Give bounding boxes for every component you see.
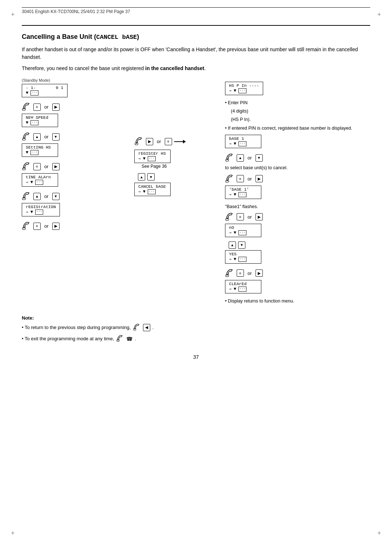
header-text: 30401 English KX-TCD700NL 25/4/01 2:32 P… xyxy=(22,9,130,14)
back-btn-note[interactable]: ◀ xyxy=(143,324,150,331)
action4: ▲ or ▼ xyxy=(22,191,127,202)
mid-down-btn[interactable]: ▼ xyxy=(147,173,155,180)
handset-icon-3 xyxy=(22,161,31,172)
menu-btn-r2[interactable]: ≡ xyxy=(237,175,244,182)
step-1: - 1- 0 1 ▼··· xyxy=(22,84,127,97)
step-3: SEttING HS ▼··· xyxy=(22,143,127,157)
note-section: Note: • To return to the previous step d… xyxy=(22,315,370,343)
para1: If another handset is out of range and/o… xyxy=(22,46,370,61)
note-title: Note: xyxy=(22,315,34,321)
or-r3: or xyxy=(248,214,252,220)
lcd1-ant: ▼ xyxy=(26,90,28,96)
bullet5: • Display returns to function menu. xyxy=(225,298,370,305)
handset-icon-2 xyxy=(22,131,31,142)
col-middle: ▶ or ≡ rEGIStEr HS ⇒▼··· See Page 36 xyxy=(134,78,218,304)
right-step-4: nO ⇒▼··· xyxy=(225,224,370,237)
right-mid-btn[interactable]: ▶ xyxy=(146,138,153,145)
header: 30401 English KX-TCD700NL 25/4/01 2:32 P… xyxy=(22,7,370,14)
right-btn-1[interactable]: ▶ xyxy=(52,103,60,111)
r-down-btn[interactable]: ▼ xyxy=(238,241,245,249)
up-btn-2[interactable]: ▲ xyxy=(33,193,41,200)
action1: ≡ or ▶ xyxy=(22,102,127,112)
note-item1-end: . xyxy=(152,325,154,330)
handset-icon-r3 xyxy=(225,212,234,222)
see-page: See Page 36 xyxy=(142,164,218,169)
col-right: HS P In ---- ⇒▼··· • Enter PIN (4 digits… xyxy=(225,78,370,304)
up-btn-r1[interactable]: ▲ xyxy=(237,154,244,162)
menu-btn-2[interactable]: ≡ xyxy=(33,163,41,170)
handset-icon-mid xyxy=(134,136,144,147)
lcd2: NEΨ SPEEd ▼··· xyxy=(22,114,58,127)
bullet1-sub1: (4 digits) xyxy=(231,108,370,115)
corner-cross-tr: + xyxy=(377,11,381,19)
right-lcd2: bASE 1 ⇒▼··· xyxy=(225,135,261,148)
diagram: (Standby Mode) - 1- 0 1 ▼··· xyxy=(22,78,370,304)
or-2: or xyxy=(44,134,49,139)
right-btn-r4[interactable]: ▶ xyxy=(256,269,263,277)
right-lcd3: 'bASE 1' ⇒▼··· xyxy=(225,186,261,199)
bullet2: • If entered PIN is correct, registered … xyxy=(225,125,370,132)
mid-lcd1: rEGIStEr HS ⇒▼··· xyxy=(134,150,171,163)
arrow-to-right xyxy=(174,140,186,143)
mid-up-btn[interactable]: ▲ xyxy=(138,173,145,180)
handset-icon-1 xyxy=(22,102,31,112)
standby-label: (Standby Mode) xyxy=(22,78,127,82)
handset-icon-r4 xyxy=(225,268,234,279)
action-r3: ≡ or ▶ xyxy=(225,212,370,222)
handset-icon-note2 xyxy=(116,334,124,343)
down-btn-r1[interactable]: ▼ xyxy=(256,154,263,162)
right-btn-3[interactable]: ▶ xyxy=(52,223,60,230)
down-btn-2[interactable]: ▼ xyxy=(52,193,60,200)
or-5: or xyxy=(44,223,49,229)
right-lcd1: HS P In ---- ⇒▼··· xyxy=(225,82,263,95)
or-1: or xyxy=(44,104,49,110)
corner-cross-tl: + xyxy=(11,11,15,19)
right-btn-r2[interactable]: ▶ xyxy=(256,175,263,182)
right-btn-2[interactable]: ▶ xyxy=(52,163,60,170)
section-title: Cancelling a Base Unit (CANCEL bASE) xyxy=(22,33,370,41)
or-4: or xyxy=(44,194,49,199)
action2: ▲ or ▼ xyxy=(22,131,127,142)
bullet3: to select base unit(s) to cancel. xyxy=(225,165,370,171)
mid-step-2: CANCEL bASE ⇒▼··· xyxy=(134,183,218,196)
up-btn-1[interactable]: ▲ xyxy=(33,133,41,141)
menu-btn-r4[interactable]: ≡ xyxy=(237,269,244,277)
handset-icon-r1 xyxy=(225,153,234,163)
lcd1: - 1- 0 1 ▼··· xyxy=(22,84,68,97)
note-item1: • To return to the previous step during … xyxy=(22,323,370,332)
end-icon: ☎ xyxy=(126,336,132,342)
page-number: 37 xyxy=(22,354,370,360)
or-r4: or xyxy=(248,271,252,276)
right-lcd4: nO ⇒▼··· xyxy=(225,224,261,237)
mid-step-1: rEGIStEr HS ⇒▼··· See Page 36 xyxy=(134,150,218,169)
note-item2: • To exit the programming mode at any ti… xyxy=(22,334,370,343)
menu-mid-btn[interactable]: ≡ xyxy=(165,138,172,145)
menu-btn-1[interactable]: ≡ xyxy=(33,103,41,111)
down-btn-1[interactable]: ▼ xyxy=(52,133,60,141)
step-4: tINE ALArn ⇒▼··· xyxy=(22,173,127,187)
lcd1-wrap: - 1- 0 1 ▼··· xyxy=(22,84,127,97)
lcd4: tINE ALArn ⇒▼··· xyxy=(22,173,58,187)
right-btn-r3[interactable]: ▶ xyxy=(256,213,263,220)
menu-btn-r3[interactable]: ≡ xyxy=(237,213,244,220)
right-lcd5: YES ⇒▼··· xyxy=(225,250,261,264)
step-2: NEΨ SPEEd ▼··· xyxy=(22,114,127,127)
right-step-1: HS P In ---- ⇒▼··· xyxy=(225,82,370,95)
handset-icon-5 xyxy=(22,221,31,231)
para2: Therefore, you need to cancel the base u… xyxy=(22,65,370,72)
or-mid: or xyxy=(157,139,161,144)
r-up-btn[interactable]: ▲ xyxy=(229,241,236,249)
menu-btn-3[interactable]: ≡ xyxy=(33,223,41,230)
handset-icon-note1 xyxy=(133,323,141,332)
action-r1: ▲ or ▼ xyxy=(225,153,370,163)
col-left: (Standby Mode) - 1- 0 1 ▼··· xyxy=(22,78,127,304)
corner-cross-br: + xyxy=(377,529,381,537)
lcd1-text: - 1- 0 1 xyxy=(26,85,64,90)
bullet4: "Base1" flashes. xyxy=(225,203,370,210)
right-step-5: YES ⇒▼··· xyxy=(225,250,370,264)
right-updown: ▲ ▼ xyxy=(229,241,367,249)
mid-updown: ▲ ▼ xyxy=(138,173,214,180)
handset-icon-r2 xyxy=(225,174,234,184)
action-r4: ≡ or ▶ xyxy=(225,268,370,279)
action-r2: ≡ or ▶ xyxy=(225,174,370,184)
